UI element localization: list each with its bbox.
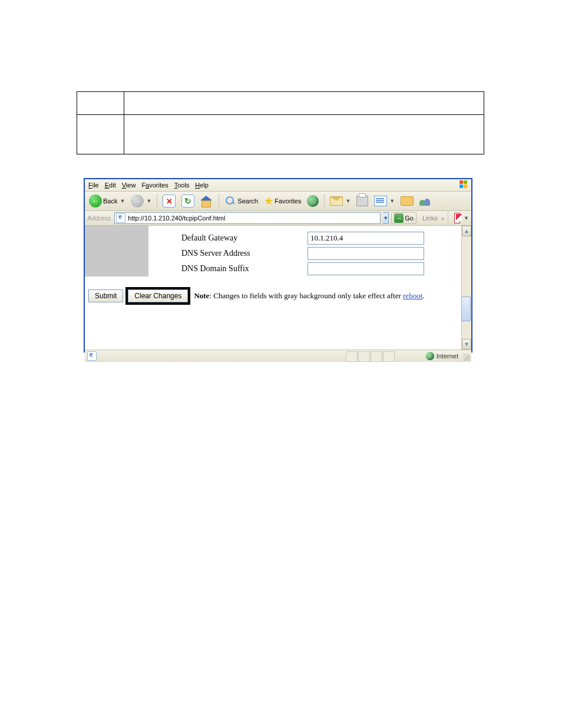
status-bar: Internet bbox=[85, 350, 471, 362]
forward-button[interactable]: → ▼ bbox=[129, 194, 153, 208]
reboot-link[interactable]: reboot bbox=[403, 291, 422, 300]
page-content: Default Gateway DNS Server Address DNS D… bbox=[85, 226, 471, 350]
address-label: Address bbox=[87, 215, 111, 222]
folder-icon bbox=[401, 196, 414, 206]
menu-edit[interactable]: Edit bbox=[105, 182, 116, 189]
suffix-input[interactable] bbox=[308, 262, 424, 275]
clear-changes-highlight: Clear Changes bbox=[125, 287, 190, 305]
chevron-icon[interactable]: » bbox=[441, 215, 445, 222]
note-body: : Changes to fields with gray background… bbox=[209, 291, 403, 300]
submit-button[interactable]: Submit bbox=[88, 289, 123, 302]
internet-zone-icon bbox=[426, 352, 434, 360]
gateway-input[interactable] bbox=[308, 232, 424, 245]
print-button[interactable] bbox=[355, 194, 370, 208]
links-label[interactable]: Links bbox=[422, 215, 438, 222]
edit-icon bbox=[374, 196, 387, 206]
address-bar: Address http://10.1.210.240/tcpipConf.ht… bbox=[85, 211, 471, 226]
top-table bbox=[77, 91, 484, 154]
refresh-icon: ↻ bbox=[181, 195, 194, 207]
back-button[interactable]: ← Back ▼ bbox=[87, 194, 127, 208]
edit-button[interactable]: ▼ bbox=[372, 194, 396, 208]
search-label: Search bbox=[237, 197, 258, 205]
note-end: . bbox=[422, 291, 424, 300]
back-arrow-icon: ← bbox=[89, 195, 102, 207]
zone-label: Internet bbox=[437, 353, 458, 360]
resize-grip-icon[interactable] bbox=[463, 354, 470, 361]
media-button[interactable] bbox=[305, 194, 320, 208]
note-bold: Note bbox=[194, 291, 209, 300]
clear-changes-button[interactable]: Clear Changes bbox=[128, 289, 188, 302]
note-text: Note: Changes to fields with gray backgr… bbox=[194, 291, 424, 301]
scroll-up-icon[interactable]: ▲ bbox=[462, 226, 471, 236]
home-button[interactable] bbox=[199, 194, 215, 208]
mail-button[interactable]: ▼ bbox=[328, 194, 352, 208]
windows-flag-icon bbox=[459, 180, 469, 189]
star-icon: ★ bbox=[264, 196, 273, 206]
back-label: Back bbox=[103, 197, 117, 205]
go-button[interactable]: → Go bbox=[391, 212, 416, 224]
address-input[interactable]: http://10.1.210.240/tcpipConf.html bbox=[114, 212, 381, 224]
suffix-label: DNS Domain Suffix bbox=[181, 264, 308, 274]
button-row: Submit Clear Changes Note: Changes to fi… bbox=[88, 287, 425, 305]
browser-window: File Edit View Favorites Tools Help ← Ba… bbox=[84, 178, 472, 353]
scroll-thumb[interactable] bbox=[461, 297, 471, 321]
search-button[interactable]: Search bbox=[223, 194, 260, 208]
gateway-label: Default Gateway bbox=[181, 233, 308, 243]
dropdown-caret-icon: ▼ bbox=[120, 198, 125, 204]
vertical-scrollbar[interactable]: ▲ ▼ bbox=[461, 226, 471, 350]
go-label: Go bbox=[405, 215, 414, 222]
home-icon bbox=[200, 195, 213, 207]
mail-icon bbox=[330, 196, 343, 206]
search-icon bbox=[224, 195, 236, 207]
address-dropdown[interactable]: ▼ bbox=[383, 212, 389, 224]
scroll-down-icon[interactable]: ▼ bbox=[462, 339, 471, 350]
status-panes bbox=[346, 351, 395, 362]
favorites-label: Favorites bbox=[275, 197, 301, 205]
security-zone: Internet bbox=[426, 352, 458, 360]
media-icon bbox=[307, 195, 319, 207]
go-arrow-icon: → bbox=[394, 213, 404, 223]
menu-tools[interactable]: Tools bbox=[174, 182, 190, 189]
menu-file[interactable]: File bbox=[88, 182, 99, 189]
menu-bar: File Edit View Favorites Tools Help bbox=[85, 179, 471, 192]
people-icon bbox=[419, 196, 431, 206]
dns-label: DNS Server Address bbox=[181, 249, 308, 258]
favorites-button[interactable]: ★ Favorites bbox=[262, 194, 303, 208]
stop-icon: ✕ bbox=[163, 195, 176, 207]
dns-input[interactable] bbox=[308, 247, 424, 260]
page-icon bbox=[87, 351, 97, 361]
print-icon bbox=[356, 196, 368, 206]
page-icon bbox=[116, 213, 125, 223]
sidebar-gray-block bbox=[85, 226, 148, 276]
address-url: http://10.1.210.240/tcpipConf.html bbox=[128, 215, 225, 222]
messenger-button[interactable] bbox=[418, 194, 433, 208]
folder-button[interactable] bbox=[399, 194, 415, 208]
dropdown-caret-icon: ▼ bbox=[146, 198, 151, 204]
toolbar: ← Back ▼ → ▼ ✕ ↻ Search ★ Favorites ▼ ▼ bbox=[85, 192, 471, 211]
menu-view[interactable]: View bbox=[122, 182, 136, 189]
stop-button[interactable]: ✕ bbox=[161, 194, 177, 208]
adobe-pdf-icon[interactable] bbox=[454, 213, 460, 223]
refresh-button[interactable]: ↻ bbox=[180, 194, 196, 208]
menu-help[interactable]: Help bbox=[195, 182, 209, 189]
menu-favorites[interactable]: Favorites bbox=[141, 182, 168, 189]
dropdown-caret-icon[interactable]: ▼ bbox=[464, 215, 469, 221]
forward-arrow-icon: → bbox=[131, 195, 144, 207]
